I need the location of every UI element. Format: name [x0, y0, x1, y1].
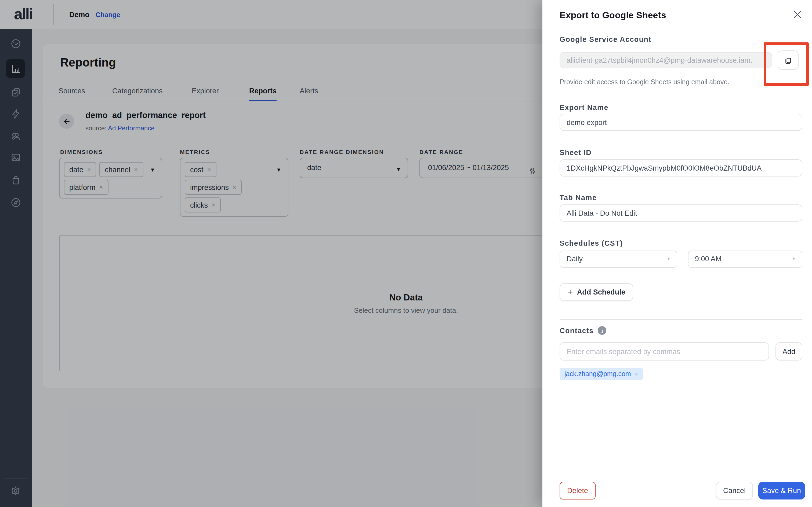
contacts-label: Contacts	[560, 327, 594, 335]
contacts-header: Contacts i	[560, 326, 607, 335]
sheet-id-label: Sheet ID	[560, 149, 592, 157]
contact-chip: jack.zhang@pmg.com ×	[560, 368, 643, 380]
chevron-down-icon: ▼	[792, 251, 796, 267]
modal-overlay[interactable]	[0, 0, 543, 507]
export-to-google-sheets-panel: Export to Google Sheets Google Service A…	[543, 0, 812, 507]
export-name-input[interactable]	[560, 114, 802, 131]
chevron-down-icon: ▼	[666, 251, 671, 267]
save-and-run-button[interactable]: Save & Run	[758, 482, 805, 500]
tab-name-label: Tab Name	[560, 194, 597, 202]
remove-contact-icon[interactable]: ×	[635, 371, 638, 377]
close-panel-button[interactable]	[792, 9, 803, 20]
close-icon	[792, 9, 803, 20]
schedule-frequency-select[interactable]: Daily ▼	[560, 250, 677, 268]
delete-button[interactable]: Delete	[560, 482, 596, 500]
contacts-email-input[interactable]	[560, 342, 769, 360]
service-account-input	[560, 52, 772, 68]
schedules-label: Schedules (CST)	[560, 239, 623, 247]
export-name-label: Export Name	[560, 104, 608, 112]
info-icon[interactable]: i	[598, 326, 607, 335]
service-account-helper: Provide edit access to Google Sheets usi…	[560, 78, 729, 86]
service-account-label: Google Service Account	[560, 36, 651, 44]
app-root: alli Demo Change	[0, 0, 812, 507]
copy-icon	[783, 56, 793, 65]
tab-name-input[interactable]	[560, 205, 802, 222]
plus-icon: +	[568, 287, 573, 297]
schedule-time-select[interactable]: 9:00 AM ▼	[688, 250, 802, 268]
add-contact-button[interactable]: Add	[775, 342, 802, 360]
copy-service-account-button[interactable]	[778, 50, 799, 70]
panel-divider	[560, 319, 802, 320]
panel-title: Export to Google Sheets	[560, 10, 666, 21]
add-schedule-button[interactable]: + Add Schedule	[560, 283, 633, 301]
cancel-button[interactable]: Cancel	[716, 482, 753, 500]
sheet-id-input[interactable]	[560, 159, 802, 176]
